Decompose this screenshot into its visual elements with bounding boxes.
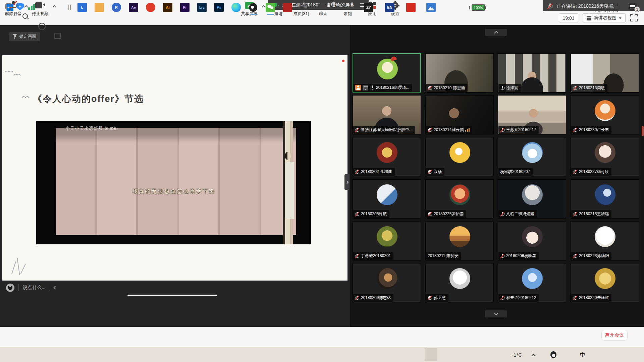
red-app-icon[interactable] bbox=[146, 3, 155, 12]
folder-icon[interactable] bbox=[95, 3, 104, 12]
chevron-down-icon bbox=[619, 17, 622, 20]
participant-tile[interactable]: 20180227嵇可欣 bbox=[571, 137, 639, 176]
participant-name: 20180218王靖瑶 bbox=[579, 211, 609, 217]
wechat-icon[interactable] bbox=[266, 3, 275, 12]
red-dictionary-app-icon[interactable] bbox=[406, 3, 416, 12]
battery-indicator[interactable]: 100% bbox=[469, 4, 486, 11]
participant-tile[interactable]: 八临二班冯煜耀 bbox=[498, 179, 566, 219]
chevron-right-icon bbox=[345, 180, 349, 184]
participant-name: 20180225罗怡雯 bbox=[434, 211, 464, 217]
participant-tile[interactable]: 20180209陈志达 bbox=[353, 263, 421, 302]
divider bbox=[18, 284, 19, 291]
view-mode-button[interactable]: 演讲者视图 bbox=[583, 13, 626, 22]
participant-name: 八临二班冯煜耀 bbox=[506, 211, 534, 217]
participant-tile[interactable]: 20180225罗怡雯 bbox=[425, 179, 494, 219]
temperature-label[interactable]: -1°C bbox=[512, 352, 522, 358]
participant-tile[interactable]: 20180205许航 bbox=[353, 179, 421, 219]
participant-tile[interactable]: 鲁皓江苏省人民医院肝胆中... bbox=[353, 95, 421, 134]
meeting-toolbar bbox=[0, 327, 644, 347]
shared-video-player[interactable]: 小吴小吴永远舒服 bilibili 我真的无法想象怎么承受下来 bbox=[36, 121, 311, 244]
gallery-scroll-down-button[interactable] bbox=[485, 310, 507, 317]
bird-decoration-icon bbox=[21, 95, 30, 99]
qq-icon[interactable] bbox=[249, 3, 258, 12]
edge-browser-icon[interactable] bbox=[231, 3, 241, 12]
participant-tile[interactable]: 20180202 孔增鑫 bbox=[353, 137, 421, 176]
gallery-scroll-up-button[interactable] bbox=[485, 29, 507, 36]
participant-name: 20180227嵇可欣 bbox=[579, 169, 609, 175]
participant-name: 20180202 孔增鑫 bbox=[361, 169, 392, 175]
avatar bbox=[449, 184, 470, 205]
ink-grass-decoration bbox=[20, 263, 26, 274]
premiere-icon[interactable]: Pr bbox=[180, 3, 190, 12]
muted-mic-icon bbox=[428, 212, 432, 217]
chat-input[interactable]: 说点什么... bbox=[23, 285, 46, 291]
video-progress-bar[interactable] bbox=[127, 295, 217, 296]
illustrator-icon[interactable]: Ai bbox=[163, 3, 172, 12]
bird-decoration-icon bbox=[13, 73, 21, 76]
participant-tile[interactable]: 20180210-陈思涵 bbox=[425, 53, 494, 93]
stop-video-label: 停止视频 bbox=[32, 11, 49, 17]
participant-name: 20180206杨轶星 bbox=[506, 253, 536, 259]
participant-name: 20180205许航 bbox=[361, 211, 387, 217]
ime-en-icon[interactable]: EN bbox=[385, 3, 394, 12]
photoshop-icon[interactable]: Ps bbox=[214, 3, 224, 12]
participant-tile[interactable]: 20180214施云鹏 bbox=[425, 95, 494, 134]
participant-tile[interactable]: 20180216唐璎琦... bbox=[353, 53, 421, 93]
meeting-app-icon[interactable] bbox=[426, 3, 436, 12]
participant-tile[interactable]: 王苏芃20180217 bbox=[498, 95, 566, 134]
participant-name: 杨家骐20180207 bbox=[500, 169, 530, 175]
participant-name: 20180216唐璎琦... bbox=[376, 85, 409, 90]
cortana-icon[interactable] bbox=[37, 21, 46, 31]
zoom-meeting-window: 您正在观看20180216唐璎琦的屏幕 正在讲话: 20180216唐璎琦; i… bbox=[0, 0, 644, 362]
participant-tile[interactable]: 20180220朱珏虹 bbox=[571, 263, 639, 302]
participant-name: 20180213周敏 bbox=[579, 85, 605, 91]
action-center-icon[interactable]: 1 bbox=[629, 3, 637, 11]
taskbar-app-zy-icon[interactable]: ZY bbox=[364, 3, 373, 12]
participant-name: 鲁皓江苏省人民医院肝胆中... bbox=[361, 127, 413, 133]
panel-resize-handle[interactable] bbox=[344, 174, 350, 190]
participant-tile[interactable]: 杨家骐20180207 bbox=[498, 137, 566, 176]
settings-button[interactable]: 设置 bbox=[380, 1, 410, 17]
lightroom-icon[interactable]: Lrc bbox=[197, 3, 207, 12]
video-frame-wardrobe bbox=[56, 128, 296, 235]
muted-mic-icon bbox=[573, 127, 577, 133]
participant-tile[interactable]: 孙文慧 bbox=[425, 263, 494, 302]
gallery-scrollbar-thumb[interactable] bbox=[642, 126, 644, 136]
windows-start-button[interactable] bbox=[5, 3, 15, 12]
participant-tile[interactable]: 20180230卢长丰 bbox=[571, 95, 639, 134]
participant-tile[interactable]: 丁蒋诚20180201 bbox=[353, 221, 421, 260]
invite-person-icon: + bbox=[275, 2, 282, 9]
participant-tile[interactable]: 20180218王靖瑶 bbox=[571, 179, 639, 219]
record-circle-icon bbox=[344, 2, 351, 9]
sharing-screen-icon bbox=[363, 85, 368, 90]
leave-meeting-button[interactable]: 离开会议 bbox=[601, 330, 628, 341]
red-app-icon-2[interactable] bbox=[283, 3, 292, 12]
task-view-icon[interactable] bbox=[53, 31, 62, 40]
participant-tile[interactable]: 20180206杨轶星 bbox=[498, 221, 566, 260]
fullscreen-button[interactable] bbox=[630, 14, 638, 21]
emoji-icon[interactable] bbox=[6, 284, 14, 292]
participant-tile[interactable]: 20180213周敏 bbox=[571, 53, 639, 93]
taskbar-clock[interactable]: 20:05 2021/12/26 bbox=[595, 2, 618, 13]
tray-qq-icon[interactable] bbox=[550, 351, 556, 358]
participant-tile[interactable]: 袁杨 bbox=[425, 137, 494, 176]
taskbar-search-icon[interactable] bbox=[21, 12, 30, 21]
weak-signal-icon bbox=[465, 128, 470, 132]
muted-mic-icon bbox=[547, 3, 552, 10]
participant-name: 徐泽宽 bbox=[506, 85, 518, 91]
participant-tile[interactable]: 徐泽宽 bbox=[498, 53, 566, 93]
chevron-left-icon[interactable] bbox=[53, 286, 57, 289]
taskbar-app-r-icon[interactable]: R bbox=[112, 3, 121, 12]
pin-view-button[interactable]: 锁定画面 bbox=[9, 32, 40, 41]
windows-taskbar bbox=[0, 347, 644, 362]
taskbar-app-l-icon[interactable]: L bbox=[77, 3, 87, 12]
battery-percent: 100% bbox=[472, 4, 485, 11]
participant-tile[interactable]: 林夫也20180212 bbox=[498, 263, 566, 302]
active-app-highlight bbox=[425, 348, 437, 361]
after-effects-icon[interactable]: Ae bbox=[129, 3, 138, 12]
participant-tile[interactable]: 20180223孙炀阳 bbox=[571, 221, 639, 260]
avatar bbox=[522, 226, 543, 247]
participant-tile[interactable]: 20180211 陈昶安 bbox=[425, 221, 494, 260]
ime-chinese-indicator[interactable]: 中 bbox=[580, 352, 585, 359]
video-subtitle: 我真的无法想象怎么承受下来 bbox=[36, 188, 311, 195]
